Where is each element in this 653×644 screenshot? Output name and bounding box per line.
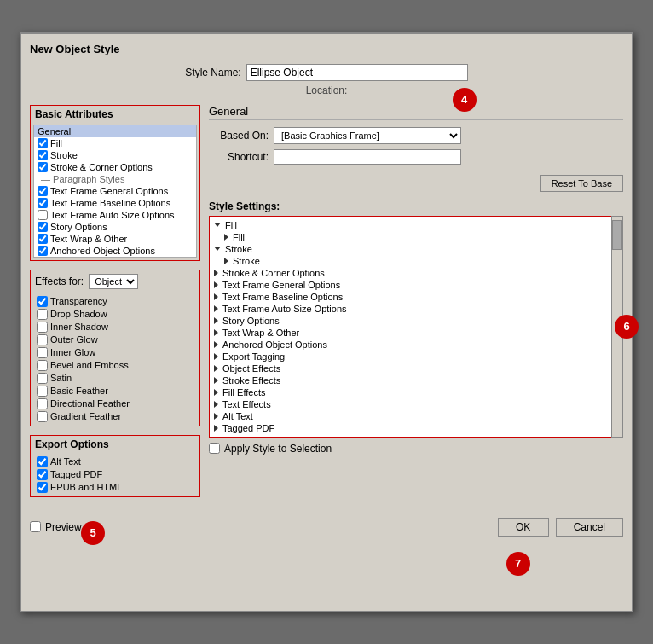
settings-export-tagging[interactable]: Export Tagging: [212, 351, 609, 363]
attr-paragraph-sep: — Paragraph Styles: [34, 173, 196, 185]
attr-stroke[interactable]: Stroke: [34, 149, 196, 161]
dialog-buttons: OK Cancel 7: [498, 518, 623, 537]
attr-text-frame-general[interactable]: Text Frame General Options: [34, 185, 196, 197]
settings-stroke-effects[interactable]: Stroke Effects: [212, 374, 609, 386]
scrollbar-thumb[interactable]: [612, 220, 622, 250]
triangle-right-icon-3: [214, 270, 218, 276]
settings-text-frame-autosize[interactable]: Text Frame Auto Size Options: [212, 303, 609, 315]
triangle-right-icon-7: [214, 317, 218, 324]
badge-6: 6: [615, 315, 639, 339]
export-options-list: Alt Text Tagged PDF EPUB and HTML: [31, 453, 199, 496]
bottom-bar: Preview OK Cancel 7: [30, 518, 623, 537]
based-on-label: Based On:: [209, 130, 269, 142]
effects-label: Effects for:: [35, 276, 84, 287]
settings-fill-child[interactable]: Fill: [212, 231, 609, 243]
settings-stroke[interactable]: Stroke: [212, 243, 609, 255]
shortcut-input[interactable]: [274, 149, 461, 165]
triangle-right-icon-13: [214, 389, 218, 396]
settings-text-wrap[interactable]: Text Wrap & Other: [212, 327, 609, 339]
export-options-section: Export Options Alt Text Tagged PDF EPUB …: [30, 435, 200, 497]
effect-inner-glow[interactable]: Inner Glow: [35, 346, 195, 359]
settings-tagged-pdf[interactable]: Tagged PDF: [212, 422, 609, 434]
triangle-right-icon-10: [214, 353, 218, 360]
settings-fill[interactable]: Fill: [212, 219, 609, 231]
dialog-title: New Object Style: [30, 43, 623, 55]
triangle-right-icon-15: [214, 413, 218, 420]
general-section-title: General: [209, 105, 623, 120]
triangle-down-icon: [214, 223, 221, 227]
triangle-right-icon-16: [214, 425, 218, 432]
settings-object-effects[interactable]: Object Effects: [212, 363, 609, 374]
attr-fill[interactable]: Fill: [34, 137, 196, 149]
right-panel: General Based On: [Basic Graphics Frame]…: [209, 105, 623, 506]
style-settings-box[interactable]: Fill Fill Stroke Stroke Stroke & Corner …: [209, 216, 623, 438]
location-label: Location:: [30, 84, 623, 96]
apply-style-label: Apply Style to Selection: [224, 443, 332, 455]
left-panel: Basic Attributes General Fill Stroke Str…: [30, 105, 200, 506]
triangle-down-icon-2: [214, 247, 221, 251]
effect-transparency[interactable]: Transparency: [35, 295, 195, 308]
preview-row: Preview: [30, 521, 82, 533]
basic-attributes-section: Basic Attributes General Fill Stroke Str…: [30, 105, 200, 261]
triangle-right-icon-2: [224, 258, 228, 264]
effect-gradient-feather[interactable]: Gradient Feather: [35, 410, 195, 423]
effect-drop-shadow[interactable]: Drop Shadow: [35, 308, 195, 321]
attr-general[interactable]: General: [34, 125, 196, 137]
settings-fill-effects[interactable]: Fill Effects: [212, 386, 609, 398]
based-on-select[interactable]: [Basic Graphics Frame] [None]: [274, 127, 461, 144]
export-tagged-pdf[interactable]: Tagged PDF: [35, 468, 195, 481]
effect-basic-feather[interactable]: Basic Feather: [35, 385, 195, 397]
triangle-right-icon-14: [214, 401, 218, 408]
attr-text-frame-autosize[interactable]: Text Frame Auto Size Options: [34, 209, 196, 221]
settings-stroke-child[interactable]: Stroke: [212, 255, 609, 267]
settings-text-frame-general[interactable]: Text Frame General Options: [212, 279, 609, 291]
apply-row: Apply Style to Selection: [209, 443, 623, 455]
ok-button[interactable]: OK: [498, 518, 549, 537]
triangle-right-icon-5: [214, 293, 218, 300]
basic-attributes-title: Basic Attributes: [31, 106, 199, 123]
apply-style-checkbox[interactable]: [209, 443, 220, 454]
preview-label: Preview: [45, 521, 82, 533]
triangle-right-icon-8: [214, 329, 218, 336]
settings-text-effects[interactable]: Text Effects: [212, 398, 609, 410]
cancel-button[interactable]: Cancel: [556, 518, 623, 537]
export-epub-html[interactable]: EPUB and HTML: [35, 481, 195, 494]
settings-anchored-object[interactable]: Anchored Object Options: [212, 339, 609, 351]
badge-7: 7: [506, 552, 530, 576]
triangle-right-icon-9: [214, 341, 218, 348]
triangle-right-icon-4: [214, 281, 218, 288]
triangle-right-icon-6: [214, 305, 218, 312]
style-name-input[interactable]: [246, 64, 468, 81]
basic-attributes-list[interactable]: General Fill Stroke Stroke & Corner Opti…: [33, 125, 197, 258]
export-alt-text[interactable]: Alt Text: [35, 455, 195, 468]
attr-story-options[interactable]: Story Options: [34, 221, 196, 233]
preview-checkbox[interactable]: [30, 521, 41, 532]
effect-inner-shadow[interactable]: Inner Shadow: [35, 321, 195, 334]
effect-outer-glow[interactable]: Outer Glow: [35, 334, 195, 346]
effect-directional-feather[interactable]: Directional Feather: [35, 397, 195, 410]
reset-to-base-button[interactable]: Reset To Base: [540, 175, 623, 192]
triangle-right-icon-11: [214, 365, 218, 372]
effects-section: Effects for: Object Fill Stroke Text Tra…: [30, 270, 200, 426]
attr-text-frame-baseline[interactable]: Text Frame Baseline Options: [34, 197, 196, 209]
attr-stroke-corner[interactable]: Stroke & Corner Options: [34, 161, 196, 173]
settings-alt-text[interactable]: Alt Text: [212, 410, 609, 422]
attr-anchored-object[interactable]: Anchored Object Options: [34, 245, 196, 257]
triangle-right-icon-12: [214, 377, 218, 384]
settings-story-options[interactable]: Story Options: [212, 315, 609, 327]
effects-list: Transparency Drop Shadow Inner Shadow Ou…: [31, 293, 199, 426]
shortcut-label: Shortcut:: [209, 151, 269, 163]
settings-stroke-corner[interactable]: Stroke & Corner Options: [212, 267, 609, 279]
effects-select[interactable]: Object Fill Stroke Text: [89, 274, 138, 289]
style-settings-container: Fill Fill Stroke Stroke Stroke & Corner …: [209, 216, 623, 438]
general-form: Based On: [Basic Graphics Frame] [None] …: [209, 127, 623, 165]
settings-text-frame-baseline[interactable]: Text Frame Baseline Options: [212, 291, 609, 303]
triangle-right-icon: [224, 234, 228, 241]
effect-satin[interactable]: Satin: [35, 372, 195, 385]
style-settings-label: Style Settings:: [209, 200, 623, 212]
export-options-title: Export Options: [31, 436, 199, 453]
dialog: New Object Style Style Name: 4 Location:…: [20, 32, 633, 612]
attr-text-wrap[interactable]: Text Wrap & Other: [34, 233, 196, 245]
style-name-label: Style Name:: [185, 67, 240, 78]
effect-bevel-emboss[interactable]: Bevel and Emboss: [35, 359, 195, 372]
